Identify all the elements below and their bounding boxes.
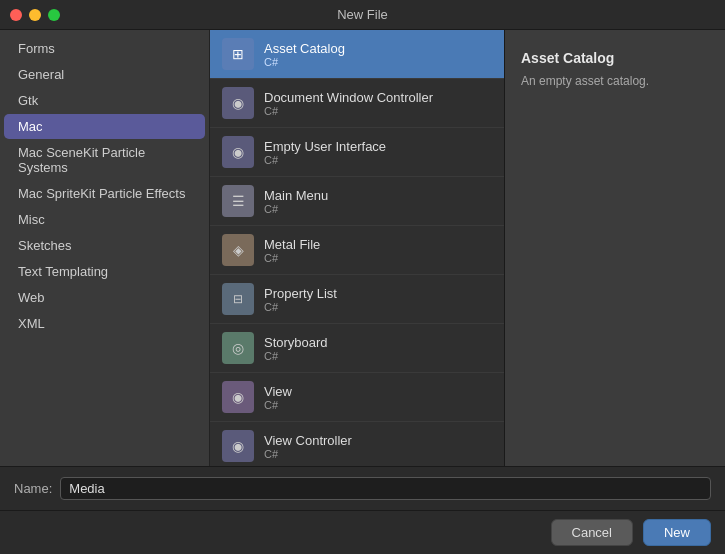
file-sub: C# [264,350,328,362]
sidebar-item-sketches[interactable]: Sketches [4,233,205,258]
file-item-empty-user-interface[interactable]: ◉Empty User InterfaceC# [210,128,504,177]
file-info: Property ListC# [264,286,337,313]
file-name: Main Menu [264,188,328,203]
story-icon: ◎ [222,332,254,364]
eye-icon: ◉ [222,136,254,168]
file-info: Main MenuC# [264,188,328,215]
file-name: Document Window Controller [264,90,433,105]
file-sub: C# [264,203,328,215]
sidebar-item-general[interactable]: General [4,62,205,87]
minimize-button[interactable] [29,9,41,21]
sidebar-item-mac-spritekit[interactable]: Mac SpriteKit Particle Effects [4,181,205,206]
cancel-button[interactable]: Cancel [551,519,633,546]
file-item-property-list[interactable]: ⊟Property ListC# [210,275,504,324]
file-name: View Controller [264,433,352,448]
new-button[interactable]: New [643,519,711,546]
maximize-button[interactable] [48,9,60,21]
sidebar-item-mac[interactable]: Mac [4,114,205,139]
buttons-row: Cancel New [0,510,725,554]
eye-icon: ◉ [222,430,254,462]
file-item-storyboard[interactable]: ◎StoryboardC# [210,324,504,373]
sidebar-item-xml[interactable]: XML [4,311,205,336]
file-info: StoryboardC# [264,335,328,362]
file-item-main-menu[interactable]: ☰Main MenuC# [210,177,504,226]
bottom-bar: Name: [0,466,725,510]
sidebar-item-forms[interactable]: Forms [4,36,205,61]
file-name: View [264,384,292,399]
file-sub: C# [264,252,320,264]
file-item-metal-file[interactable]: ◈Metal FileC# [210,226,504,275]
file-item-doc-window-controller[interactable]: ◉Document Window ControllerC# [210,79,504,128]
file-sub: C# [264,56,345,68]
sidebar-item-mac-scenekit[interactable]: Mac SceneKit Particle Systems [4,140,205,180]
file-name: Metal File [264,237,320,252]
sidebar-item-gtk[interactable]: Gtk [4,88,205,113]
eye-icon: ◉ [222,87,254,119]
file-info: View ControllerC# [264,433,352,460]
grid-icon: ⊟ [222,283,254,315]
sidebar-item-text-templating[interactable]: Text Templating [4,259,205,284]
window-title: New File [337,7,388,22]
view-icon: ◉ [222,381,254,413]
file-name: Storyboard [264,335,328,350]
name-label: Name: [14,481,52,496]
asset-icon: ⊞ [222,38,254,70]
file-item-asset-catalog[interactable]: ⊞Asset CatalogC# [210,30,504,79]
file-info: Asset CatalogC# [264,41,345,68]
file-info: Document Window ControllerC# [264,90,433,117]
file-list: ⊞Asset CatalogC#◉Document Window Control… [210,30,505,466]
file-info: Empty User InterfaceC# [264,139,386,166]
description-panel: Asset Catalog An empty asset catalog. [505,30,725,466]
file-sub: C# [264,399,292,411]
file-sub: C# [264,154,386,166]
description-title: Asset Catalog [521,50,709,66]
titlebar: New File [0,0,725,30]
sidebar-item-web[interactable]: Web [4,285,205,310]
name-input[interactable] [60,477,711,500]
sidebar: FormsGeneralGtkMacMac SceneKit Particle … [0,30,210,466]
file-info: Metal FileC# [264,237,320,264]
generic-icon: ☰ [222,185,254,217]
sidebar-item-misc[interactable]: Misc [4,207,205,232]
file-sub: C# [264,448,352,460]
file-name: Asset Catalog [264,41,345,56]
metal-icon: ◈ [222,234,254,266]
close-button[interactable] [10,9,22,21]
file-sub: C# [264,301,337,313]
file-item-view-controller[interactable]: ◉View ControllerC# [210,422,504,466]
file-info: ViewC# [264,384,292,411]
file-name: Empty User Interface [264,139,386,154]
file-item-view[interactable]: ◉ViewC# [210,373,504,422]
description-text: An empty asset catalog. [521,72,709,90]
file-sub: C# [264,105,433,117]
main-content: FormsGeneralGtkMacMac SceneKit Particle … [0,30,725,466]
window-controls [10,9,60,21]
file-name: Property List [264,286,337,301]
